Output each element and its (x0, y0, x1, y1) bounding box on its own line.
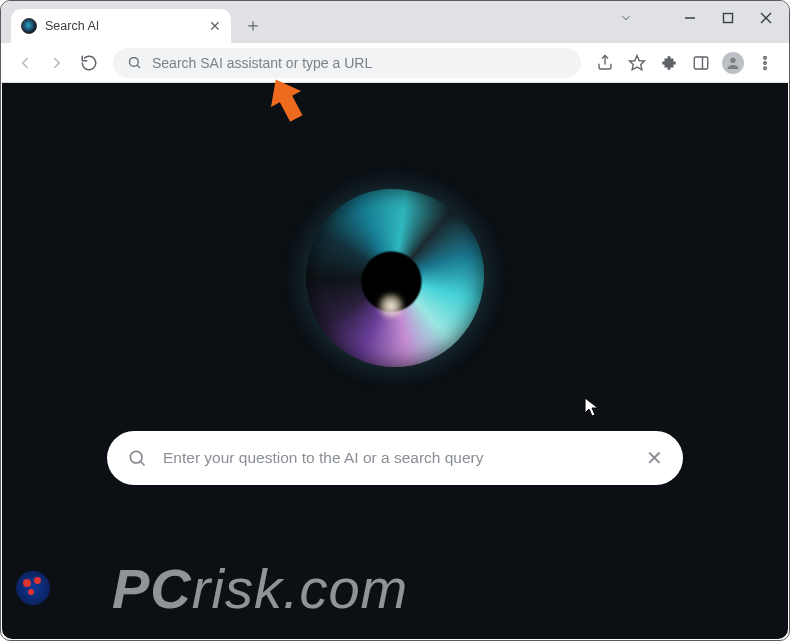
page-search-input[interactable] (163, 449, 630, 467)
close-window-button[interactable] (749, 5, 783, 31)
page-viewport: ✕ PCrisk.com (2, 83, 788, 639)
clear-icon[interactable]: ✕ (646, 446, 663, 470)
svg-marker-7 (630, 55, 645, 69)
svg-point-12 (764, 61, 767, 64)
extensions-button[interactable] (655, 49, 683, 77)
close-tab-icon[interactable]: ✕ (209, 19, 221, 33)
reload-button[interactable] (75, 49, 103, 77)
svg-point-14 (130, 451, 142, 463)
svg-point-11 (764, 56, 767, 59)
back-button[interactable] (11, 49, 39, 77)
minimize-button[interactable] (673, 5, 707, 31)
maximize-button[interactable] (711, 5, 745, 31)
new-tab-button[interactable]: ＋ (241, 13, 265, 37)
share-button[interactable] (591, 49, 619, 77)
window-titlebar: Search AI ✕ ＋ (1, 1, 789, 43)
chrome-menu-button[interactable] (751, 49, 779, 77)
search-icon (127, 55, 142, 70)
browser-toolbar (1, 43, 789, 83)
forward-button[interactable] (43, 49, 71, 77)
tab-title: Search AI (45, 19, 201, 33)
browser-tab[interactable]: Search AI ✕ (11, 9, 231, 43)
mouse-cursor-icon (584, 397, 600, 423)
svg-point-10 (730, 57, 735, 62)
svg-point-4 (130, 58, 139, 67)
svg-line-15 (141, 462, 145, 466)
brand-logo (300, 183, 490, 373)
tab-search-button[interactable] (619, 11, 633, 29)
side-panel-button[interactable] (687, 49, 715, 77)
bookmark-star-button[interactable] (623, 49, 651, 77)
search-icon (127, 448, 147, 468)
omnibox[interactable] (113, 48, 581, 78)
svg-rect-1 (724, 14, 733, 23)
svg-rect-8 (694, 57, 708, 69)
profile-button[interactable] (719, 49, 747, 77)
svg-point-13 (764, 66, 767, 69)
page-search-bar[interactable]: ✕ (107, 431, 683, 485)
tab-favicon (21, 18, 37, 34)
watermark-text: PCrisk.com (112, 556, 408, 621)
watermark-logo-icon (16, 571, 50, 605)
svg-line-5 (137, 65, 140, 68)
omnibox-input[interactable] (152, 55, 567, 71)
